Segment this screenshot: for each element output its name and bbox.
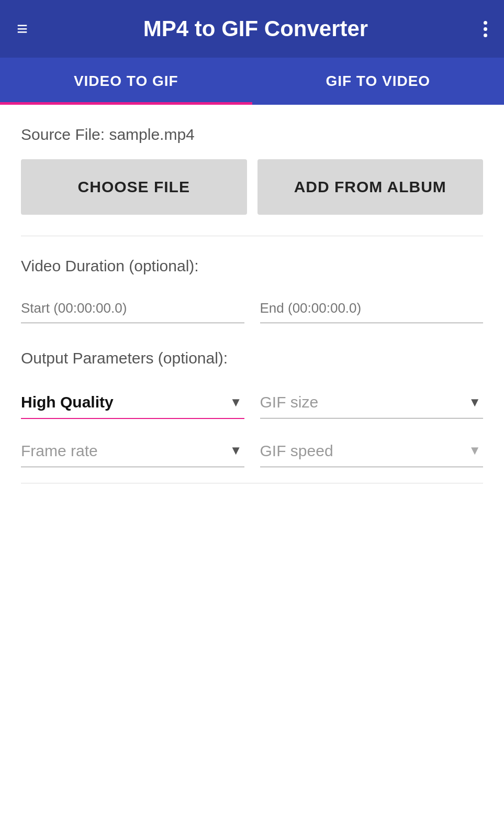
frame-rate-dropdown[interactable]: Frame rate 10 fps 15 fps 24 fps 30 fps bbox=[21, 435, 244, 467]
gif-speed-dropdown[interactable]: GIF speed 0.5x 1x 1.5x 2x bbox=[260, 435, 484, 467]
start-input[interactable] bbox=[21, 294, 244, 323]
tabs-bar: VIDEO TO GIF GIF TO VIDEO bbox=[0, 58, 504, 105]
choose-file-button[interactable]: CHOOSE FILE bbox=[21, 159, 247, 215]
app-header: ≡ MP4 to GIF Converter bbox=[0, 0, 504, 58]
gif-size-dropdown[interactable]: GIF size Small Medium Large Original bbox=[260, 386, 484, 418]
quality-dropdown[interactable]: High Quality Medium Quality Low Quality bbox=[21, 386, 244, 419]
end-input[interactable] bbox=[260, 294, 484, 323]
more-options-icon[interactable] bbox=[484, 21, 487, 37]
framerate-gifspeed-row: Frame rate 10 fps 15 fps 24 fps 30 fps ▼… bbox=[21, 435, 483, 467]
gif-speed-dropdown-wrap: GIF speed 0.5x 1x 1.5x 2x ▼ bbox=[260, 435, 484, 467]
gif-size-dropdown-wrap: GIF size Small Medium Large Original ▼ bbox=[260, 386, 484, 419]
divider-1 bbox=[21, 236, 483, 236]
menu-icon[interactable]: ≡ bbox=[17, 19, 28, 38]
duration-row bbox=[21, 294, 483, 323]
add-from-album-button[interactable]: ADD FROM ALBUM bbox=[257, 159, 484, 215]
file-buttons-row: CHOOSE FILE ADD FROM ALBUM bbox=[21, 159, 483, 215]
quality-gif-size-row: High Quality Medium Quality Low Quality … bbox=[21, 386, 483, 419]
source-file-label: Source File: sample.mp4 bbox=[21, 126, 483, 144]
output-parameters-section: Output Parameters (optional): High Quali… bbox=[21, 349, 483, 467]
frame-rate-dropdown-wrap: Frame rate 10 fps 15 fps 24 fps 30 fps ▼ bbox=[21, 435, 244, 467]
main-content: Source File: sample.mp4 CHOOSE FILE ADD … bbox=[0, 105, 504, 838]
end-input-wrap bbox=[260, 294, 484, 323]
divider-2 bbox=[21, 483, 483, 483]
output-parameters-label: Output Parameters (optional): bbox=[21, 349, 483, 367]
tab-video-to-gif[interactable]: VIDEO TO GIF bbox=[0, 58, 252, 105]
quality-dropdown-wrap: High Quality Medium Quality Low Quality … bbox=[21, 386, 244, 419]
start-input-wrap bbox=[21, 294, 244, 323]
app-title: MP4 to GIF Converter bbox=[28, 16, 484, 41]
video-duration-label: Video Duration (optional): bbox=[21, 257, 483, 275]
tab-gif-to-video[interactable]: GIF TO VIDEO bbox=[252, 58, 505, 105]
